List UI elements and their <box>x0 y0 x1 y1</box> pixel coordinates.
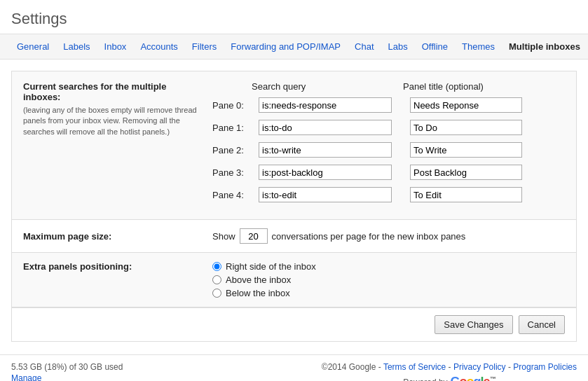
radio-right-label: Right side of the inbox <box>226 261 316 272</box>
pane-label-4: Pane 4: <box>212 190 252 200</box>
col-header-title: Panel title (optional) <box>403 81 515 92</box>
action-bar: Save Changes Cancel <box>12 307 576 341</box>
privacy-link[interactable]: Privacy Policy <box>453 362 506 372</box>
radio-right[interactable]: Right side of the inbox <box>212 261 316 272</box>
nav-item-forwarding[interactable]: Forwarding and POP/IMAP <box>225 34 346 59</box>
pane-title-2[interactable] <box>410 142 522 158</box>
nav-bar: General Labels Inbox Accounts Filters Fo… <box>0 34 588 60</box>
page-size-section: Maximum page size: Show conversations pe… <box>12 220 576 253</box>
pane-title-0[interactable] <box>410 97 522 113</box>
cancel-button[interactable]: Cancel <box>519 315 565 334</box>
pane-query-0[interactable] <box>259 97 392 113</box>
separator-2: - <box>449 362 453 372</box>
terms-link[interactable]: Terms of Service <box>383 362 446 372</box>
footer-links: ©2014 Google - Terms of Service - Privac… <box>322 362 577 372</box>
positioning-section: Extra panels positioning: Right side of … <box>12 253 576 307</box>
separator-1: - <box>378 362 383 372</box>
pane-query-4[interactable] <box>259 187 392 202</box>
searches-note: (leaving any of the boxes empty will rem… <box>23 105 204 137</box>
page-title: Settings <box>0 0 588 34</box>
radio-above[interactable]: Above the inbox <box>212 275 316 285</box>
pane-row-2: Pane 2: <box>212 142 565 158</box>
nav-item-filters[interactable]: Filters <box>186 34 222 59</box>
copyright: ©2014 Google <box>322 362 376 372</box>
nav-item-inbox[interactable]: Inbox <box>99 34 132 59</box>
searches-section: Current searches for the multiple inboxe… <box>12 71 576 220</box>
nav-item-themes[interactable]: Themes <box>456 34 500 59</box>
pane-label-2: Pane 2: <box>212 145 252 155</box>
radio-right-input[interactable] <box>212 262 221 271</box>
pane-row-1: Pane 1: <box>212 120 565 135</box>
nav-item-labs[interactable]: Labs <box>383 34 413 59</box>
nav-item-labels[interactable]: Labels <box>57 34 95 59</box>
show-label: Show <box>212 231 235 242</box>
pane-query-1[interactable] <box>259 120 392 135</box>
nav-item-chat[interactable]: Chat <box>349 34 379 59</box>
pane-query-3[interactable] <box>259 165 392 180</box>
radio-below-label: Below the inbox <box>226 288 290 298</box>
nav-item-offline[interactable]: Offline <box>416 34 453 59</box>
pane-row-0: Pane 0: <box>212 97 565 113</box>
radio-below[interactable]: Below the inbox <box>212 288 316 298</box>
pane-row-3: Pane 3: <box>212 165 565 180</box>
radio-above-input[interactable] <box>212 275 221 284</box>
google-logo: Google™ <box>451 375 495 381</box>
programs-link[interactable]: Program Policies <box>513 362 577 372</box>
positioning-label: Extra panels positioning: <box>23 261 212 272</box>
pane-label-0: Pane 0: <box>212 100 252 111</box>
manage-link[interactable]: Manage <box>11 373 123 381</box>
page-size-input[interactable] <box>240 228 268 244</box>
pane-row-4: Pane 4: <box>212 187 565 202</box>
storage-text: 5.53 GB (18%) of 30 GB used <box>11 362 123 372</box>
pane-title-4[interactable] <box>410 187 522 202</box>
radio-below-input[interactable] <box>212 289 221 298</box>
powered-by: Powered by Google™ <box>322 375 577 381</box>
radio-above-label: Above the inbox <box>226 275 291 285</box>
pane-query-2[interactable] <box>259 142 392 158</box>
page-size-label: Maximum page size: <box>23 231 212 242</box>
save-button[interactable]: Save Changes <box>435 315 512 334</box>
pane-title-1[interactable] <box>410 120 522 135</box>
footer: 5.53 GB (18%) of 30 GB used Manage ©2014… <box>0 354 588 381</box>
col-header-query: Search query <box>252 81 385 92</box>
pane-label-1: Pane 1: <box>212 123 252 133</box>
page-size-suffix: conversations per page for the new inbox… <box>272 231 466 242</box>
nav-item-multiple-inboxes: Multiple inboxes <box>503 34 586 59</box>
pane-label-3: Pane 3: <box>212 167 252 178</box>
powered-by-text: Powered by <box>403 377 447 382</box>
pane-title-3[interactable] <box>410 165 522 180</box>
nav-item-accounts[interactable]: Accounts <box>135 34 183 59</box>
searches-heading: Current searches for the multiple inboxe… <box>23 81 204 102</box>
nav-item-general[interactable]: General <box>11 34 55 59</box>
